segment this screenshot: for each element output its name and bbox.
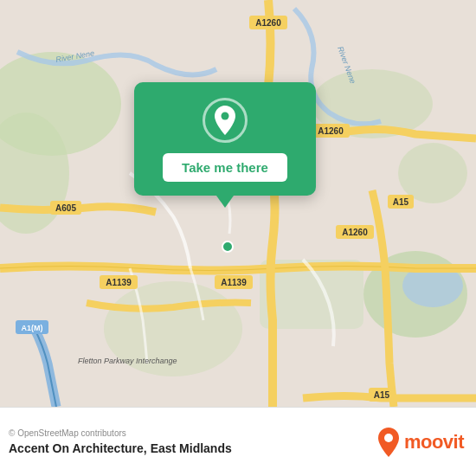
location-icon-wrap <box>203 98 248 143</box>
svg-text:A1260: A1260 <box>342 228 368 237</box>
bottom-left: © OpenStreetMap contributors Accent On A… <box>9 428 232 455</box>
svg-text:Fletton Parkway Interchange: Fletton Parkway Interchange <box>78 357 177 365</box>
map-container[interactable]: A1260 A1260 A1260 A605 A1139 A1139 A1(M)… <box>0 0 476 407</box>
svg-text:A605: A605 <box>55 203 76 213</box>
location-name: Accent On Architecture, East Midlands <box>9 441 232 455</box>
svg-text:A15: A15 <box>374 390 390 400</box>
cta-button[interactable]: Take me there <box>163 153 287 182</box>
svg-text:A1260: A1260 <box>255 18 281 28</box>
moovit-text: moovit <box>404 431 464 453</box>
svg-text:A1260: A1260 <box>318 126 344 136</box>
attribution: © OpenStreetMap contributors <box>9 428 232 438</box>
bottom-bar: © OpenStreetMap contributors Accent On A… <box>0 407 476 476</box>
popup-card: Take me there <box>134 82 316 196</box>
app: A1260 A1260 A1260 A605 A1139 A1139 A1(M)… <box>0 0 476 476</box>
moovit-pin-icon <box>376 428 401 457</box>
svg-point-4 <box>398 143 467 203</box>
svg-point-32 <box>384 434 393 442</box>
svg-text:A1(M): A1(M) <box>22 324 43 332</box>
svg-text:A1139: A1139 <box>221 278 247 287</box>
svg-point-30 <box>222 241 233 252</box>
location-pin-icon <box>213 106 237 135</box>
svg-text:A15: A15 <box>393 197 409 207</box>
svg-point-31 <box>222 113 229 120</box>
svg-text:A1139: A1139 <box>106 278 132 287</box>
moovit-logo: moovit <box>376 428 464 457</box>
